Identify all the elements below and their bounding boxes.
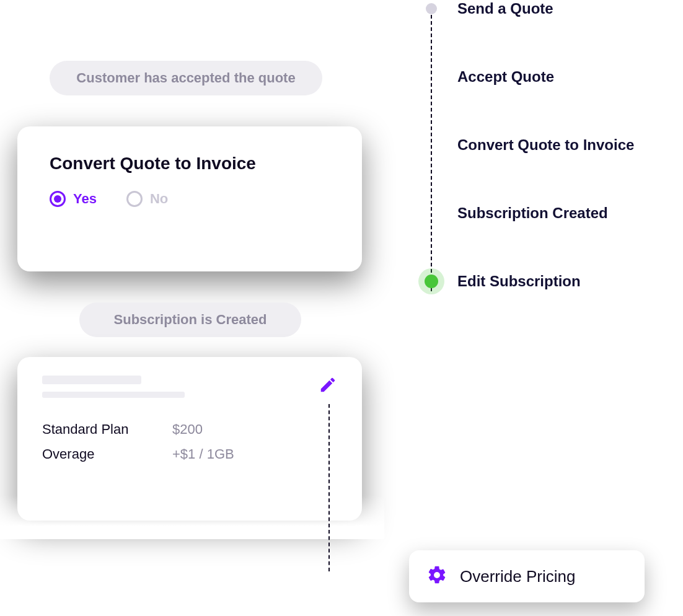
override-pricing-label: Override Pricing <box>460 567 575 586</box>
radio-yes-circle <box>50 191 66 207</box>
timeline-dot-active <box>425 275 438 288</box>
subscription-card: Standard Plan $200 Overage +$1 / 1GB <box>17 357 362 521</box>
convert-quote-radio-group: Yes No <box>50 191 330 207</box>
plan-row-value: +$1 / 1GB <box>172 446 337 462</box>
timeline-item-edit-subscription: Edit Subscription <box>421 273 682 290</box>
timeline-item-send-quote: Send a Quote <box>421 0 682 17</box>
gear-icon <box>426 565 447 588</box>
timeline-label: Edit Subscription <box>457 273 581 290</box>
plan-row-value: $200 <box>172 421 337 438</box>
timeline-label: Subscription Created <box>457 205 608 222</box>
timeline-dot <box>426 3 437 14</box>
timeline-label: Convert Quote to Invoice <box>457 136 634 154</box>
radio-no-label: No <box>150 191 168 207</box>
status-pill-label: Subscription is Created <box>114 312 267 328</box>
convert-quote-card: Convert Quote to Invoice Yes No <box>17 126 362 271</box>
timeline-label: Send a Quote <box>457 0 553 17</box>
connector-line <box>328 404 330 571</box>
timeline: Send a Quote Accept Quote Convert Quote … <box>421 0 682 341</box>
radio-no-circle <box>126 191 143 207</box>
timeline-item-subscription-created: Subscription Created <box>421 205 682 222</box>
plan-grid: Standard Plan $200 Overage +$1 / 1GB <box>42 421 337 462</box>
radio-yes[interactable]: Yes <box>50 191 97 207</box>
status-pill-subscription-created: Subscription is Created <box>79 302 301 337</box>
radio-no[interactable]: No <box>126 191 168 207</box>
pencil-icon[interactable] <box>319 376 337 397</box>
timeline-item-convert-quote: Convert Quote to Invoice <box>421 136 682 154</box>
subscription-header-skeleton <box>42 376 311 405</box>
override-pricing-card[interactable]: Override Pricing <box>409 550 645 602</box>
timeline-item-accept-quote: Accept Quote <box>421 68 682 86</box>
status-pill-label: Customer has accepted the quote <box>76 70 295 86</box>
convert-quote-title: Convert Quote to Invoice <box>50 154 330 174</box>
plan-row-label: Overage <box>42 446 172 462</box>
radio-yes-label: Yes <box>73 191 97 207</box>
plan-row-label: Standard Plan <box>42 421 172 438</box>
status-pill-accepted: Customer has accepted the quote <box>50 61 322 95</box>
timeline-label: Accept Quote <box>457 68 554 86</box>
